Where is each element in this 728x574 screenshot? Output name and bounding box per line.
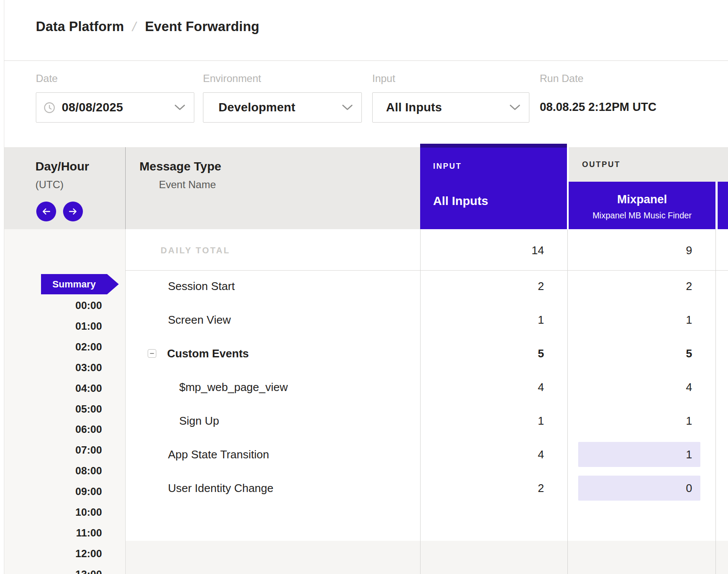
date-filter-label: Date <box>36 73 58 85</box>
hour-row-selector[interactable]: 11:00 <box>76 527 102 539</box>
input-column-header[interactable]: INPUT All Inputs <box>420 144 567 229</box>
daily-total-output-value: 9 <box>686 244 692 257</box>
chevron-down-icon <box>342 104 353 110</box>
input-count-value: 1 <box>538 414 544 428</box>
input-section-label: INPUT <box>433 162 462 171</box>
table-row: Screen View11 <box>0 303 728 337</box>
breadcrumb-data-platform[interactable]: Data Platform <box>36 19 124 35</box>
output-cell-highlight <box>578 442 700 467</box>
day-hour-column-divider <box>125 147 126 229</box>
environment-filter-label: Environment <box>203 73 261 85</box>
event-name-label: Session Start <box>168 280 235 293</box>
input-filter-label: Input <box>372 73 395 85</box>
chevron-down-icon <box>510 104 520 110</box>
output-count-value: 1 <box>686 313 692 327</box>
table-row: App State Transition41 <box>0 438 728 471</box>
clock-icon <box>44 102 55 114</box>
output-column-subtitle: Mixpanel MB Music Finder <box>569 210 715 221</box>
input-count-value: 4 <box>538 448 544 461</box>
date-value: 08/08/2025 <box>62 101 123 114</box>
chevron-down-icon <box>174 104 185 110</box>
table-row: Sign Up11 <box>0 404 728 438</box>
header-divider <box>4 60 728 61</box>
event-name-label: $mp_web_page_view <box>179 381 288 394</box>
output-count-value: 1 <box>686 414 692 428</box>
input-count-value: 4 <box>538 381 544 394</box>
output-count-value: 5 <box>686 347 692 360</box>
event-rows: Session Start22Screen View11Custom Event… <box>0 269 728 505</box>
hour-row-selector[interactable]: 13:00 <box>76 568 102 574</box>
date-dropdown[interactable]: 08/08/2025 <box>36 92 194 123</box>
input-value: All Inputs <box>386 101 442 114</box>
next-day-button[interactable] <box>63 202 83 221</box>
event-forwarding-page: Data Platform / Event Forwarding Date En… <box>0 0 728 574</box>
day-hour-subtitle: (UTC) <box>35 179 63 191</box>
daily-total-input-value: 14 <box>532 244 544 257</box>
output-count-value: 1 <box>686 448 692 461</box>
run-date-value: 08.08.25 2:12PM UTC <box>540 101 656 114</box>
input-count-value: 5 <box>538 347 544 360</box>
output-count-value: 2 <box>686 280 692 293</box>
breadcrumb: Data Platform / Event Forwarding <box>36 16 260 37</box>
table-footer-band <box>125 541 728 574</box>
output-cell-highlight <box>578 476 700 501</box>
hour-row-selector[interactable]: 12:00 <box>76 548 102 560</box>
event-name-label: User Identity Change <box>168 482 273 495</box>
run-date-label: Run Date <box>540 73 583 85</box>
daily-total-row: DAILY TOTAL 14 9 <box>0 230 728 271</box>
table-row: Session Start22 <box>0 269 728 303</box>
previous-day-button[interactable] <box>36 202 56 221</box>
column-gap <box>715 182 718 229</box>
daily-total-label: DAILY TOTAL <box>161 246 230 255</box>
environment-value: Development <box>218 101 295 114</box>
minus-square-icon[interactable] <box>148 349 156 358</box>
arrow-left-icon <box>41 208 51 215</box>
table-row: Custom Events55 <box>0 337 728 370</box>
column-gap <box>567 144 569 229</box>
output-count-value: 4 <box>686 381 692 394</box>
output-column-title: Mixpanel <box>569 192 715 206</box>
input-column-accent-strip <box>420 144 567 148</box>
output-count-value: 0 <box>686 482 692 495</box>
hour-row-selector[interactable]: 10:00 <box>76 506 102 518</box>
environment-dropdown[interactable]: Development <box>203 92 362 123</box>
output-column-header[interactable]: Mixpanel Mixpanel MB Music Finder <box>569 182 715 229</box>
breadcrumb-separator: / <box>131 19 138 34</box>
input-dropdown[interactable]: All Inputs <box>372 92 529 123</box>
input-count-value: 2 <box>538 482 544 495</box>
input-column-title: All Inputs <box>433 194 488 208</box>
event-name-label: Sign Up <box>179 414 219 428</box>
message-type-header: Message Type <box>139 160 221 173</box>
arrow-right-icon <box>68 208 78 215</box>
next-output-column-partial[interactable] <box>718 182 728 229</box>
message-type-subtitle: Event Name <box>159 179 216 191</box>
input-count-value: 2 <box>538 280 544 293</box>
table-row: $mp_web_page_view44 <box>0 370 728 404</box>
table-row: User Identity Change20 <box>0 471 728 505</box>
day-hour-header: Day/Hour <box>35 160 89 173</box>
input-count-value: 1 <box>538 313 544 327</box>
page-title: Event Forwarding <box>145 19 260 35</box>
event-name-label: Screen View <box>168 313 231 327</box>
output-section-label: OUTPUT <box>582 160 620 169</box>
event-name-label: App State Transition <box>168 448 269 461</box>
event-name-label: Custom Events <box>167 347 249 360</box>
